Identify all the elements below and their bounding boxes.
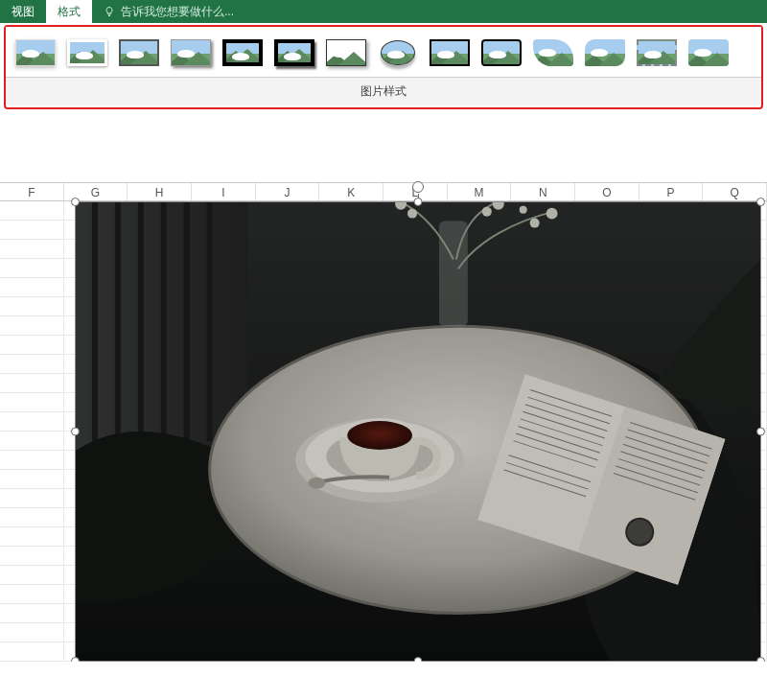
resize-handle-br[interactable] [756, 657, 765, 662]
cell[interactable] [0, 508, 64, 527]
cell[interactable] [0, 642, 64, 662]
picture-styles-highlight: 图片样式 [4, 25, 763, 109]
picture-style-2[interactable] [65, 36, 109, 69]
column-header[interactable]: O [575, 183, 639, 200]
column-header-row: FGHIJKLMNOPQ [0, 182, 767, 201]
column-header[interactable]: F [0, 183, 64, 200]
worksheet: FGHIJKLMNOPQ [0, 182, 767, 662]
picture-style-4[interactable] [169, 36, 213, 69]
cell[interactable] [0, 393, 64, 412]
lightbulb-icon [104, 6, 115, 17]
column-header[interactable]: M [448, 183, 512, 200]
picture-styles-label: 图片样式 [6, 77, 761, 105]
picture-style-10[interactable] [479, 36, 523, 69]
resize-handle-bl[interactable] [71, 657, 80, 662]
column-header[interactable]: I [192, 183, 256, 200]
embedded-picture[interactable] [75, 201, 761, 662]
cell[interactable] [0, 316, 64, 336]
column-header[interactable]: P [639, 183, 704, 200]
cell[interactable] [0, 585, 64, 604]
column-header[interactable]: N [511, 183, 575, 200]
cell[interactable] [0, 221, 64, 240]
tab-format[interactable]: 格式 [46, 0, 92, 23]
resize-handle-t[interactable] [414, 198, 423, 206]
resize-handle-tl[interactable] [71, 198, 80, 206]
resize-handle-b[interactable] [414, 657, 423, 662]
embedded-picture-content [76, 202, 760, 661]
cell[interactable] [0, 336, 64, 355]
cell[interactable] [0, 623, 64, 642]
cell[interactable] [0, 547, 64, 566]
resize-handle-r[interactable] [756, 428, 765, 436]
cell[interactable] [0, 201, 64, 221]
picture-style-9[interactable] [428, 36, 472, 69]
column-header[interactable]: K [319, 183, 384, 200]
tell-me-placeholder: 告诉我您想要做什么... [121, 4, 234, 20]
picture-style-13[interactable] [635, 36, 679, 69]
cell[interactable] [0, 527, 64, 547]
picture-styles-gallery [6, 27, 761, 77]
picture-style-1[interactable] [13, 36, 58, 69]
picture-style-5[interactable] [221, 36, 265, 69]
resize-handle-l[interactable] [71, 428, 80, 436]
cell[interactable] [0, 240, 64, 259]
column-header[interactable]: H [128, 183, 192, 200]
picture-style-8[interactable] [376, 36, 420, 69]
picture-style-12[interactable] [583, 36, 627, 69]
tell-me-search[interactable]: 告诉我您想要做什么... [92, 0, 245, 23]
rotate-handle[interactable] [412, 181, 424, 193]
cell[interactable] [0, 470, 64, 489]
cell[interactable] [0, 432, 64, 451]
cell[interactable] [0, 412, 64, 432]
svg-rect-47 [76, 202, 760, 661]
picture-style-3[interactable] [117, 36, 161, 69]
cell[interactable] [0, 297, 64, 316]
cell[interactable] [0, 604, 64, 623]
cell-grid[interactable] [0, 201, 767, 662]
picture-style-7[interactable] [324, 36, 368, 69]
cell[interactable] [0, 278, 64, 297]
cell[interactable] [0, 355, 64, 374]
picture-style-6[interactable] [272, 36, 316, 69]
cell[interactable] [0, 374, 64, 393]
column-header[interactable]: J [256, 183, 320, 200]
picture-style-14[interactable] [686, 36, 731, 69]
cell[interactable] [0, 566, 64, 585]
cell[interactable] [0, 489, 64, 508]
ribbon-spacer [0, 115, 767, 182]
cell[interactable] [0, 259, 64, 278]
picture-style-11[interactable] [531, 36, 575, 69]
ribbon-tab-bar: 视图 格式 告诉我您想要做什么... [0, 0, 767, 23]
cell[interactable] [0, 451, 64, 470]
resize-handle-tr[interactable] [756, 198, 765, 206]
tab-view[interactable]: 视图 [0, 0, 46, 23]
